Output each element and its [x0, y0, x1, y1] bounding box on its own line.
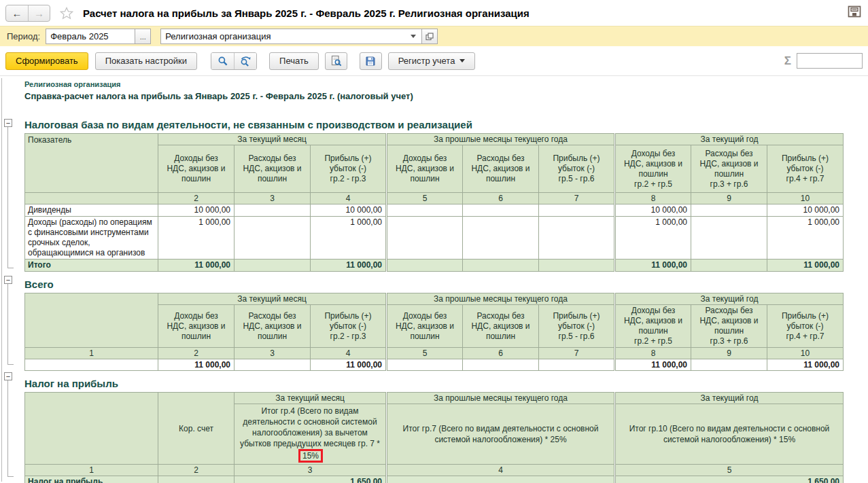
- organization-open-button[interactable]: [422, 29, 438, 44]
- header-cell: 8: [615, 193, 691, 204]
- row-label-cell: Налог на прибыль: [25, 476, 158, 483]
- data-cell: [539, 260, 615, 272]
- header-cell: 4: [387, 465, 615, 476]
- header-cell: Прибыль (+) убыток (-) гр.2 - гр.3: [311, 305, 387, 348]
- forward-button[interactable]: →: [28, 5, 50, 21]
- data-cell: [691, 359, 767, 371]
- organization-field-group: [160, 29, 438, 44]
- data-cell: [463, 204, 539, 217]
- data-cell: 11 000,00: [158, 359, 235, 371]
- save-window-icon[interactable]: [848, 5, 861, 20]
- header-cell: За прошлые месяцы текущего года: [387, 134, 615, 145]
- total-row: Итого 11 000,00 11 000,00 11 000,00 11 0…: [25, 260, 844, 272]
- favorites-star-icon[interactable]: [60, 7, 73, 20]
- header-cell: Прибыль (+) убыток (-) гр.4 + гр.7: [767, 145, 844, 193]
- report-area: − − − Религиозная организация Справка-ра…: [0, 76, 868, 483]
- data-cell: [387, 204, 463, 217]
- app-window: ← → Расчет налога на прибыль за Январь 2…: [0, 0, 868, 483]
- header-cell: Показатель: [25, 134, 158, 193]
- report-organization: Религиозная организация: [24, 80, 868, 89]
- header-cell: 2: [158, 348, 235, 359]
- header-cell: Расходы без НДС, акцизов и пошлин: [463, 305, 539, 348]
- header-cell: 6: [463, 193, 539, 204]
- header-cell: Расходы без НДС, акцизов и пошлин гр.3 +…: [691, 145, 767, 193]
- data-cell: [235, 217, 311, 260]
- header-cell: 4: [311, 193, 387, 204]
- data-cell: [387, 260, 463, 272]
- search-button[interactable]: [211, 53, 234, 69]
- collapse-section3-button[interactable]: −: [4, 372, 12, 380]
- header-cell: Кор. счет: [158, 393, 235, 465]
- header-cell: Доходы без НДС, акцизов и пошлин: [387, 305, 463, 348]
- header-cell: 1: [25, 465, 158, 476]
- row-label-cell: Дивиденды: [25, 204, 158, 217]
- collapse-section1-button[interactable]: −: [4, 119, 12, 127]
- tax-amount-year-cell: 1 650,00: [615, 476, 844, 483]
- section1-title: Налоговая база по видам деятельности, не…: [24, 118, 868, 131]
- table-row: 11 000,00 11 000,00 11 000,00 11 000,00: [25, 359, 844, 371]
- data-cell: 1 000,00: [158, 217, 235, 260]
- data-cell: [691, 260, 767, 272]
- print-button[interactable]: Печать: [269, 52, 319, 70]
- data-cell: [463, 217, 539, 260]
- header-cell: 3: [235, 348, 311, 359]
- header-cell: Доходы без НДС, акцизов и пошлин гр.2 + …: [615, 145, 691, 193]
- search-next-icon: [240, 56, 251, 67]
- data-cell: 11 000,00: [767, 359, 844, 371]
- search-next-button[interactable]: [234, 53, 256, 69]
- header-cell: Прибыль (+) убыток (-) гр.4 + гр.7: [767, 305, 844, 348]
- header-cell: Доходы без НДС, акцизов и пошлин: [387, 145, 463, 193]
- print-preview-icon: [330, 55, 342, 67]
- back-button[interactable]: ←: [6, 5, 28, 21]
- header-cell: За текущий год: [615, 134, 844, 145]
- header-cell: Доходы без НДС, акцизов и пошлин: [158, 305, 235, 348]
- header-cell: 9: [691, 348, 767, 359]
- data-cell: 10 000,00: [767, 204, 844, 217]
- data-cell: 11 000,00: [615, 359, 691, 371]
- title-bar: ← → Расчет налога на прибыль за Январь 2…: [0, 0, 868, 26]
- header-cell: 10: [767, 348, 844, 359]
- header-cell: 2: [158, 465, 235, 476]
- tax-rate-highlight[interactable]: 15%: [298, 449, 323, 463]
- table-row: 1 2 3 4 5 6 7 8 9 10: [25, 348, 844, 359]
- print-preview-button[interactable]: [325, 52, 347, 70]
- header-cell: 3: [235, 193, 311, 204]
- header-cell: 10: [767, 193, 844, 204]
- generate-button[interactable]: Сформировать: [5, 52, 88, 70]
- data-cell: [463, 359, 539, 371]
- organization-dropdown-button[interactable]: [406, 29, 420, 44]
- header-cell: [25, 193, 158, 204]
- data-cell: 11 000,00: [767, 260, 844, 272]
- group-rail: [1, 78, 2, 482]
- organization-combobox[interactable]: [160, 29, 422, 44]
- header-cell: Расходы без НДС, акцизов и пошлин гр.3 +…: [691, 305, 767, 348]
- header-cell: За текущий месяц: [158, 293, 387, 305]
- filter-bar: Период: ...: [0, 26, 868, 46]
- sum-input[interactable]: [797, 53, 863, 69]
- table-row: Кор. счет За текущий месяц За прошлые ме…: [25, 393, 844, 404]
- data-cell: 11 000,00: [311, 359, 387, 371]
- show-settings-button[interactable]: Показать настройки: [95, 52, 197, 70]
- header-cell: Расходы без НДС, акцизов и пошлин: [463, 145, 539, 193]
- period-input[interactable]: [46, 29, 135, 44]
- period-label: Период:: [7, 31, 40, 41]
- collapse-section2-button[interactable]: −: [4, 276, 12, 284]
- header-cell: За текущий месяц: [158, 134, 387, 145]
- row-label-cell: Доходы (расходы) по операциям с финансов…: [25, 217, 158, 260]
- table-row: Дивиденды 10 000,00 10 000,00 10 000,00 …: [25, 204, 844, 217]
- header-cell: 7: [539, 348, 615, 359]
- data-cell: 11 000,00: [311, 260, 387, 272]
- header-cell: Прибыль (+) убыток (-) гр.5 - гр.6: [539, 305, 615, 348]
- data-cell: [691, 217, 767, 260]
- table-row: Показатель За текущий месяц За прошлые м…: [25, 134, 844, 145]
- save-result-button[interactable]: [360, 52, 382, 70]
- table-income-tax: Кор. счет За текущий месяц За прошлые ме…: [24, 392, 844, 483]
- data-cell: [235, 260, 311, 272]
- header-cell: Доходы без НДС, акцизов и пошлин гр.2 + …: [615, 305, 691, 348]
- header-cell: Расходы без НДС, акцизов и пошлин: [235, 305, 311, 348]
- header-cell: За текущий месяц: [235, 393, 387, 404]
- search-icon: [218, 56, 228, 67]
- header-cell: 8: [615, 348, 691, 359]
- register-dropdown-button[interactable]: Регистр учета: [388, 52, 476, 70]
- period-ellipsis-button[interactable]: ...: [135, 29, 151, 44]
